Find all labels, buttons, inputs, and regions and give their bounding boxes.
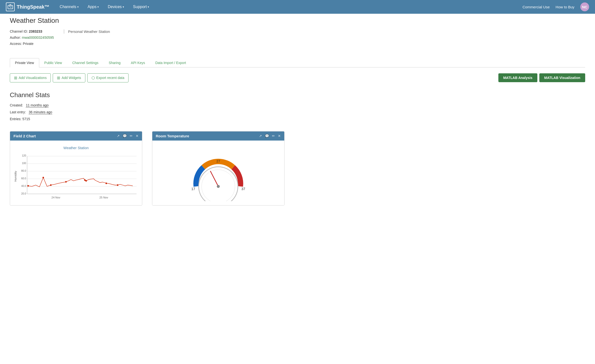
svg-point-19 [42,177,44,178]
charts-row: Field 2 Chart ↗ 💬 ✏ ✕ Weather Station Hu… [10,131,585,206]
brand-icon [6,2,15,11]
commercial-use-link[interactable]: Commercial Use [522,5,550,9]
add-widgets-button[interactable]: ⊞ Add Widgets [53,73,85,82]
room-temp-chart-header: Room Temperature ↗ 💬 ✏ ✕ [152,131,284,141]
buttons-left: ⊞ Add Visualizations ⊞ Add Widgets ⬡ Exp… [10,73,129,82]
last-entry-value[interactable]: 36 minutes ago [29,110,52,114]
channel-id-label: Channel ID: [10,29,28,33]
nav-support[interactable]: Support ▾ [129,0,154,14]
last-entry-label: Last entry: [10,110,26,114]
tab-api-keys[interactable]: API Keys [126,58,150,67]
stats-last-entry-row: Last entry: 36 minutes ago [10,109,585,116]
field2-chart-icons: ↗ 💬 ✏ ✕ [117,134,139,138]
field2-expand-icon[interactable]: ↗ [117,134,120,138]
room-temp-edit-icon[interactable]: ✏ [272,134,275,138]
room-temp-chart-card: Room Temperature ↗ 💬 ✏ ✕ [152,131,285,206]
matlab-analysis-button[interactable]: MATLAB Analysis [498,73,537,82]
add-viz-icon: ⊞ [14,76,17,80]
room-temp-comment-icon[interactable]: 💬 [265,134,269,138]
tab-public-view[interactable]: Public View [39,58,67,67]
buttons-row: ⊞ Add Visualizations ⊞ Add Widgets ⬡ Exp… [10,73,585,82]
svg-text:24 Nov: 24 Nov [52,196,60,199]
entries-value: 5715 [22,117,30,121]
room-temp-chart-icons: ↗ 💬 ✏ ✕ [259,134,281,138]
room-temp-chart-title: Room Temperature [156,134,189,138]
channel-id-row: Channel ID: 2383233 [10,28,54,35]
channel-access-row: Access: Private [10,41,54,47]
stats-created-row: Created: 11 months ago [10,102,585,109]
field2-chart-card: Field 2 Chart ↗ 💬 ✏ ✕ Weather Station Hu… [10,131,142,206]
nav-channels[interactable]: Channels ▾ [55,0,83,14]
nav-devices[interactable]: Devices ▾ [103,0,129,14]
svg-text:80.0: 80.0 [21,169,26,172]
add-widget-icon: ⊞ [57,76,60,80]
gauge-container: 17 27 37 [155,143,281,202]
tab-data-import-export[interactable]: Data Import / Export [150,58,191,67]
author-link[interactable]: mwa0000032450595 [22,36,54,39]
svg-point-25 [105,182,107,184]
access-value: Private [23,42,34,46]
page-content: Weather Station Channel ID: 2383233 Auth… [0,14,595,215]
channels-chevron-icon: ▾ [77,5,79,9]
svg-text:27: 27 [216,159,220,163]
gauge-svg: 17 27 37 [184,147,253,201]
add-visualizations-button[interactable]: ⊞ Add Visualizations [10,73,51,82]
svg-text:17: 17 [191,187,195,191]
field2-comment-icon[interactable]: 💬 [123,134,127,138]
svg-point-22 [84,179,86,181]
brand-logo[interactable]: ThingSpeak™ [6,2,49,11]
room-temp-expand-icon[interactable]: ↗ [259,134,262,138]
export-recent-data-button[interactable]: ⬡ Export recent data [87,73,129,82]
channel-stats: Channel Stats Created: 11 months ago Las… [10,91,585,122]
field2-edit-icon[interactable]: ✏ [130,134,133,138]
matlab-visualization-button[interactable]: MATLAB Visualization [539,73,585,82]
author-label: Author: [10,36,21,39]
field2-chart-svg: Weather Station Humidity 120 100 80.0 60… [13,143,139,201]
svg-point-23 [50,184,52,186]
how-to-buy-link[interactable]: How to Buy [556,5,574,9]
support-chevron-icon: ▾ [148,5,149,9]
svg-text:100: 100 [22,162,26,165]
access-label: Access: [10,42,22,46]
tab-channel-settings[interactable]: Channel Settings [67,58,104,67]
tabs: Private View Public View Channel Setting… [10,58,585,67]
stats-entries-row: Entries: 5715 [10,116,585,122]
user-avatar[interactable]: NC [580,2,589,11]
svg-text:20.0: 20.0 [21,192,26,195]
nav-links: Channels ▾ Apps ▾ Devices ▾ Support ▾ [55,0,522,14]
svg-text:60.0: 60.0 [21,177,26,180]
channel-stats-heading: Channel Stats [10,91,585,99]
field2-chart-title: Field 2 Chart [13,134,36,138]
devices-chevron-icon: ▾ [123,5,124,9]
tab-sharing[interactable]: Sharing [103,58,126,67]
buttons-right: MATLAB Analysis MATLAB Visualization [498,73,585,82]
svg-text:Humidity: Humidity [14,171,17,182]
created-value[interactable]: 11 months ago [26,103,49,107]
room-temp-chart-body: 17 27 37 [152,141,284,205]
field2-close-icon[interactable]: ✕ [136,134,139,138]
created-label: Created: [10,103,23,107]
svg-text:37: 37 [241,187,245,191]
room-temp-close-icon[interactable]: ✕ [278,134,281,138]
apps-chevron-icon: ▾ [97,5,99,9]
svg-text:40.0: 40.0 [21,184,26,187]
svg-point-21 [85,180,87,182]
channel-description: Personal Weather Station [64,29,110,34]
channel-meta-row: Channel ID: 2383233 Author: mwa000003245… [10,28,585,52]
svg-line-29 [210,171,218,186]
nav-right: Commercial Use How to Buy NC [522,2,589,11]
export-icon: ⬡ [91,76,95,80]
svg-point-30 [217,185,220,188]
tab-private-view[interactable]: Private View [10,58,39,67]
brand-name: ThingSpeak™ [17,4,49,10]
entries-label: Entries: [10,117,21,121]
nav-apps[interactable]: Apps ▾ [83,0,103,14]
svg-point-26 [117,184,118,186]
svg-point-24 [65,181,67,182]
svg-text:120: 120 [22,154,26,157]
field2-chart-header: Field 2 Chart ↗ 💬 ✏ ✕ [10,131,142,141]
navbar: ThingSpeak™ Channels ▾ Apps ▾ Devices ▾ … [0,0,595,14]
channel-meta: Channel ID: 2383233 Author: mwa000003245… [10,28,54,47]
page-title: Weather Station [10,17,585,25]
svg-text:Weather Station: Weather Station [64,146,89,150]
